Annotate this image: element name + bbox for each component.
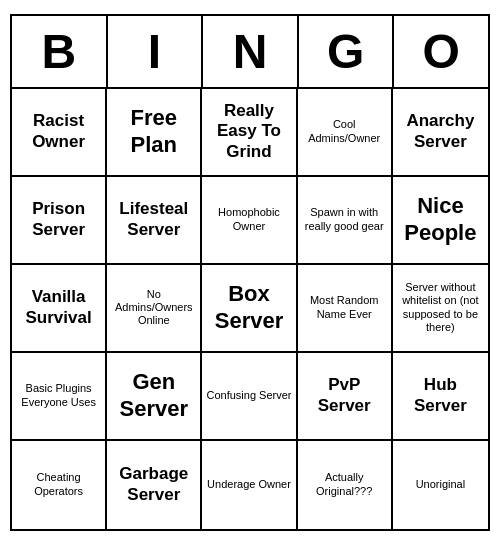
cell-label: Racist Owner <box>16 111 101 152</box>
bingo-cell: Box Server <box>202 265 297 353</box>
bingo-cell: Vanilla Survival <box>12 265 107 353</box>
cell-label: Free Plan <box>111 105 196 158</box>
bingo-cell: Confusing Server <box>202 353 297 441</box>
cell-label: Cheating Operators <box>16 471 101 497</box>
bingo-cell: Underage Owner <box>202 441 297 529</box>
bingo-cell: Actually Original??? <box>298 441 393 529</box>
cell-label: Nice People <box>397 193 484 246</box>
cell-label: Actually Original??? <box>302 471 387 497</box>
bingo-cell: Hub Server <box>393 353 488 441</box>
cell-label: Vanilla Survival <box>16 287 101 328</box>
cell-label: Prison Server <box>16 199 101 240</box>
cell-label: Confusing Server <box>206 389 291 402</box>
cell-label: Underage Owner <box>207 478 291 491</box>
cell-label: Really Easy To Grind <box>206 101 291 162</box>
cell-label: Hub Server <box>397 375 484 416</box>
bingo-grid: Racist OwnerFree PlanReally Easy To Grin… <box>12 89 488 529</box>
cell-label: No Admins/Owners Online <box>111 288 196 328</box>
bingo-cell: Basic Plugins Everyone Uses <box>12 353 107 441</box>
bingo-cell: Spawn in with really good gear <box>298 177 393 265</box>
bingo-header-cell: I <box>108 16 204 89</box>
bingo-cell: Garbage Server <box>107 441 202 529</box>
bingo-cell: Homophobic Owner <box>202 177 297 265</box>
bingo-header-cell: N <box>203 16 299 89</box>
cell-label: Server without whitelist on (not suppose… <box>397 281 484 334</box>
bingo-cell: Cool Admins/Owner <box>298 89 393 177</box>
bingo-cell: Really Easy To Grind <box>202 89 297 177</box>
cell-label: Gen Server <box>111 369 196 422</box>
bingo-cell: Racist Owner <box>12 89 107 177</box>
bingo-cell: Prison Server <box>12 177 107 265</box>
bingo-header-cell: G <box>299 16 395 89</box>
bingo-card: BINGO Racist OwnerFree PlanReally Easy T… <box>10 14 490 531</box>
bingo-header-cell: O <box>394 16 488 89</box>
bingo-cell: Nice People <box>393 177 488 265</box>
bingo-cell: No Admins/Owners Online <box>107 265 202 353</box>
bingo-cell: Free Plan <box>107 89 202 177</box>
cell-label: PvP Server <box>302 375 387 416</box>
cell-label: Cool Admins/Owner <box>302 118 387 144</box>
cell-label: Garbage Server <box>111 464 196 505</box>
bingo-cell: Unoriginal <box>393 441 488 529</box>
bingo-header: BINGO <box>12 16 488 89</box>
cell-label: Unoriginal <box>416 478 466 491</box>
bingo-cell: Lifesteal Server <box>107 177 202 265</box>
bingo-cell: Anarchy Server <box>393 89 488 177</box>
bingo-cell: Server without whitelist on (not suppose… <box>393 265 488 353</box>
bingo-cell: PvP Server <box>298 353 393 441</box>
cell-label: Anarchy Server <box>397 111 484 152</box>
bingo-header-cell: B <box>12 16 108 89</box>
cell-label: Basic Plugins Everyone Uses <box>16 382 101 408</box>
cell-label: Spawn in with really good gear <box>302 206 387 232</box>
cell-label: Most Random Name Ever <box>302 294 387 320</box>
bingo-cell: Cheating Operators <box>12 441 107 529</box>
cell-label: Homophobic Owner <box>206 206 291 232</box>
bingo-cell: Gen Server <box>107 353 202 441</box>
cell-label: Lifesteal Server <box>111 199 196 240</box>
bingo-cell: Most Random Name Ever <box>298 265 393 353</box>
cell-label: Box Server <box>206 281 291 334</box>
